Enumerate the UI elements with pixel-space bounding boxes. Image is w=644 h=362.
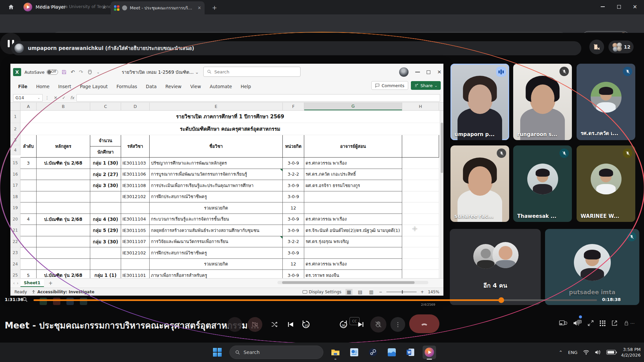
record-icon [122, 5, 127, 10]
ribbon-tab-file[interactable]: File [14, 82, 32, 91]
ghost-taskbar-icon [40, 298, 47, 305]
media-player-video-area[interactable]: umpaporn peerawanichkul (กำลังใส่คำอธิบา… [0, 33, 644, 343]
apps-grid-icon[interactable] [600, 320, 605, 326]
tray-language[interactable]: ENG [568, 350, 578, 355]
volume-icon[interactable] [595, 350, 601, 355]
player-right-controls: i ⋯ [559, 319, 635, 327]
file-explorer-icon[interactable] [329, 346, 342, 359]
screen: Rajamangala University of Technol... ✕ M… [0, 0, 644, 362]
close-button[interactable]: ✕ [627, 0, 643, 13]
svg-text:i: i [565, 322, 566, 325]
ghost-taskbar-icon [53, 298, 60, 305]
ghost-taskbar-icon [66, 298, 74, 305]
tray-chevron-icon[interactable]: ⌃ [559, 350, 563, 355]
mic-off-icon [623, 67, 632, 76]
elapsed-time: 1:31:36 [5, 297, 23, 302]
formula-menu-icon[interactable]: ⋮ [45, 95, 49, 100]
add-sheet-button[interactable]: + [49, 280, 53, 286]
ghost-taskbar-icon [80, 298, 87, 305]
tab-close-icon[interactable]: ✕ [102, 4, 106, 10]
participants-icon [612, 43, 622, 51]
wifi-icon[interactable] [583, 350, 589, 355]
excel-icon: X [13, 68, 21, 76]
volume-captions-icon[interactable] [573, 319, 582, 327]
ready-status: Ready [14, 290, 27, 294]
cell[interactable]: 5 [20, 270, 37, 278]
tray-clock[interactable]: 3:58 PM 4/2/2026 [621, 347, 641, 358]
sheet-prev-icon[interactable]: ‹ [13, 281, 15, 286]
sheet-next-icon[interactable]: › [17, 281, 18, 286]
photos-icon[interactable] [385, 346, 398, 359]
media-player-window-title: Media Player [23, 3, 66, 11]
skip-forward-30-button[interactable]: 30 [337, 318, 350, 331]
seek-magnifier-icon[interactable] [22, 297, 28, 302]
minimize-button[interactable] [595, 0, 610, 13]
ghost-end-call-button [409, 314, 439, 333]
taskbar-search[interactable]: Search [229, 346, 323, 359]
settings-icon[interactable] [347, 346, 361, 359]
start-button[interactable] [211, 346, 224, 359]
save-icon[interactable] [61, 69, 67, 75]
svg-text:W: W [408, 351, 411, 354]
word-icon[interactable]: W [404, 346, 417, 359]
tab-close-icon[interactable]: ✕ [198, 5, 201, 10]
undo-icon[interactable]: ↶ [71, 69, 75, 75]
row-number[interactable]: 1 [10, 111, 20, 123]
media-player-icon [23, 3, 32, 11]
autosave-toggle[interactable]: AutoSave Off [24, 69, 58, 75]
taskbar: Search W ⌃ ENG [0, 343, 644, 362]
steam-icon[interactable] [366, 346, 380, 359]
select-all-corner[interactable] [10, 103, 20, 110]
participant-name: putsadee imta [569, 289, 615, 296]
notification-dot [579, 315, 582, 318]
svg-text:30: 30 [342, 323, 345, 327]
media-player-taskbar-icon[interactable] [423, 346, 436, 359]
cell[interactable] [20, 259, 37, 270]
presentation-off-button[interactable] [589, 40, 604, 54]
ribbon-tab-home[interactable]: Home [32, 82, 54, 91]
presenter-avatar [14, 44, 24, 53]
browser-tab-strip: Rajamangala University of Technol... ✕ M… [0, 0, 644, 14]
more-options-button[interactable]: ⋮ [390, 317, 405, 332]
restore-button[interactable] [611, 0, 627, 13]
mic-off-icon [559, 67, 569, 76]
pop-out-icon[interactable] [611, 320, 618, 326]
meet-favicon [114, 5, 119, 11]
row-number[interactable]: 23 [10, 247, 20, 259]
tab-meet[interactable]: Meet - ประชุมคณะกรรมการบริหาร... ✕ [111, 1, 205, 14]
mini-player-icon[interactable]: i [559, 319, 567, 327]
fullscreen-icon[interactable] [587, 320, 594, 326]
sheet-tab[interactable]: Sheet1 [20, 279, 44, 287]
browser-toolbar: ← → ⟳ https://meet.google.com/qbn-oaok-k… [0, 14, 644, 33]
battery-icon[interactable] [606, 350, 616, 355]
row-number[interactable]: 25 [10, 270, 20, 278]
redo-icon[interactable]: ↷ [79, 69, 83, 75]
ghost-hand-raise-button [370, 316, 386, 333]
home-icon[interactable] [7, 3, 15, 11]
qat-customize-icon[interactable]: ⌄ [97, 70, 100, 74]
new-tab-button[interactable]: + [212, 4, 217, 11]
print-icon[interactable] [87, 69, 93, 75]
accessibility-icon [32, 290, 36, 294]
remaining-time: 0:18:38 [602, 297, 621, 302]
name-box[interactable]: G14⌄ [13, 94, 43, 102]
column-header-A[interactable]: A [20, 103, 37, 110]
row-number[interactable]: 24 [10, 259, 20, 270]
next-track-button[interactable] [354, 318, 368, 331]
search-icon [235, 350, 240, 355]
lock-more-icon[interactable]: ⋯ [624, 320, 635, 326]
participants-button[interactable]: 12 [608, 41, 634, 53]
